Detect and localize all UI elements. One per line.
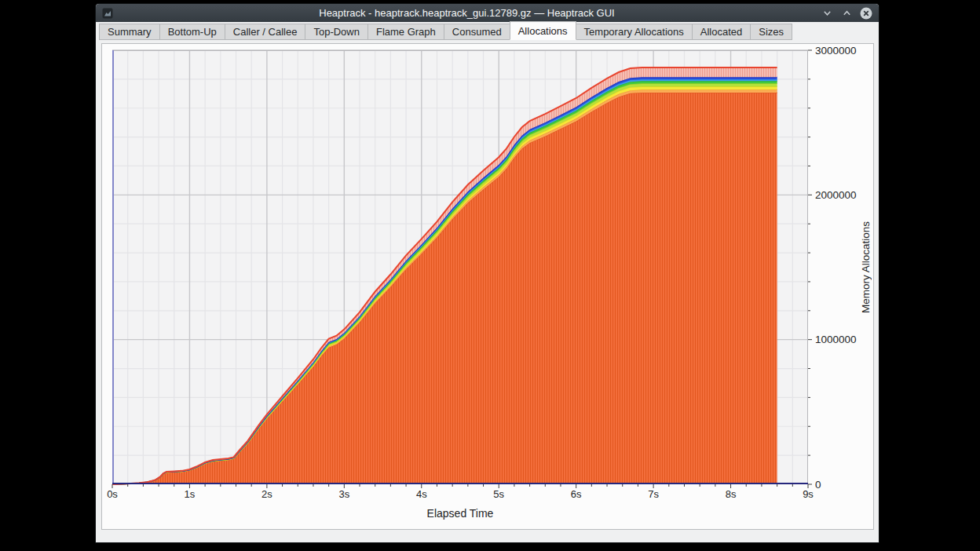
content-area: 0s1s2s3s4s5s6s7s8s9s01000000200000030000…: [96, 40, 879, 542]
allocations-chart-frame: 0s1s2s3s4s5s6s7s8s9s01000000200000030000…: [101, 43, 874, 530]
tab-sizes[interactable]: Sizes: [750, 24, 792, 40]
x-tick-label: 0s: [107, 488, 118, 500]
x-tick-label: 4s: [416, 488, 427, 500]
heaptrack-window: Heaptrack - heaptrack.heaptrack_gui.1278…: [96, 4, 879, 542]
tab-bottom-up[interactable]: Bottom-Up: [159, 24, 225, 40]
allocations-chart[interactable]: 0s1s2s3s4s5s6s7s8s9s01000000200000030000…: [112, 50, 870, 505]
app-icon: [102, 8, 113, 19]
x-axis-title: Elapsed Time: [112, 507, 808, 520]
tab-flame-graph[interactable]: Flame Graph: [368, 24, 444, 40]
close-circle-icon: [860, 7, 872, 20]
x-tick-label: 5s: [493, 488, 504, 500]
tab-bar: SummaryBottom-UpCaller / CalleeTop-DownF…: [96, 22, 879, 40]
window-title: Heaptrack - heaptrack.heaptrack_gui.1278…: [118, 7, 816, 19]
titlebar[interactable]: Heaptrack - heaptrack.heaptrack_gui.1278…: [96, 4, 879, 22]
minimize-button[interactable]: [821, 7, 833, 20]
x-tick-label: 3s: [338, 488, 349, 500]
y-tick-label: 3000000: [815, 45, 857, 57]
x-tick-label: 6s: [571, 488, 582, 500]
tab-caller-callee[interactable]: Caller / Callee: [225, 24, 306, 40]
chevron-down-icon: [822, 8, 832, 18]
window-controls: [821, 7, 872, 20]
x-tick-label: 1s: [185, 488, 196, 500]
tab-summary[interactable]: Summary: [99, 24, 160, 40]
x-tick-label: 8s: [726, 488, 737, 500]
y-tick-label: 0: [815, 479, 821, 491]
chevron-up-icon: [842, 8, 852, 18]
desktop-background: Heaptrack - heaptrack.heaptrack_gui.1278…: [0, 0, 980, 551]
y-tick-label: 2000000: [815, 189, 857, 201]
x-tick-label: 7s: [648, 488, 659, 500]
x-tick-label: 2s: [261, 488, 272, 500]
y-axis-title: Memory Allocations: [858, 50, 873, 484]
tab-temporary-allocations[interactable]: Temporary Allocations: [576, 24, 693, 40]
tab-allocations[interactable]: Allocations: [510, 21, 576, 40]
y-tick-label: 1000000: [815, 334, 857, 345]
tab-consumed[interactable]: Consumed: [444, 24, 510, 40]
maximize-button[interactable]: [840, 7, 853, 20]
tab-top-down[interactable]: Top-Down: [305, 24, 368, 40]
tab-allocated[interactable]: Allocated: [692, 24, 751, 40]
close-button[interactable]: [860, 7, 872, 20]
x-tick-label: 9s: [803, 488, 814, 500]
